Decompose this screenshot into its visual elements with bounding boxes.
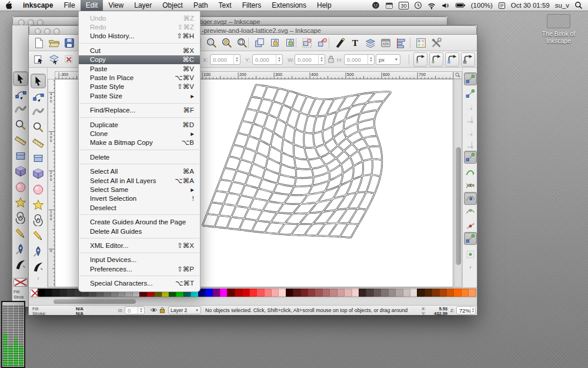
new-document-button[interactable]: [32, 36, 46, 50]
unlink-clone-button[interactable]: [283, 36, 297, 50]
snap-others-button[interactable]: [464, 232, 477, 245]
back-palette-none-swatch[interactable]: [14, 278, 28, 287]
snap-nodes-button[interactable]: [464, 151, 477, 164]
tool-rectangle[interactable]: [31, 151, 46, 166]
horizontal-scrollbar[interactable]: [29, 297, 477, 305]
wifi-icon[interactable]: [427, 2, 436, 9]
snap-cusp-nodes-button[interactable]: [464, 192, 477, 205]
tool-spiral[interactable]: [13, 211, 28, 226]
icon-preview-dialog-button[interactable]: [414, 36, 428, 50]
palette-swatch[interactable]: [213, 289, 220, 297]
palette-swatch[interactable]: [461, 289, 469, 297]
snap-bbox-edges-button[interactable]: [464, 100, 477, 112]
apple-menu[interactable]: [0, 0, 18, 11]
menu-item-special-characters[interactable]: Special Characters...⌥⌘T: [79, 279, 200, 287]
menu-item-make-a-bitmap-copy[interactable]: Make a Bitmap Copy⌥B: [79, 138, 200, 147]
menu-item-cut[interactable]: Cut⌘X: [79, 46, 200, 55]
tool-node-editor[interactable]: [13, 87, 28, 101]
menu-item-select-same[interactable]: Select Same▸: [79, 185, 200, 194]
palette-swatch[interactable]: [388, 289, 396, 297]
snap-toolbar-expander[interactable]: ›: [466, 264, 475, 271]
palette-swatch[interactable]: [308, 289, 315, 297]
palette-swatch[interactable]: [432, 289, 439, 297]
transform-patterns-toggle[interactable]: [461, 52, 475, 67]
palette-swatch[interactable]: [337, 289, 345, 297]
tool-box-3d[interactable]: [31, 167, 46, 181]
spin-arrows[interactable]: ▲▼: [233, 55, 240, 64]
recent-items-icon[interactable]: [414, 1, 422, 9]
preferences-dialog-button[interactable]: [429, 36, 443, 50]
snap-midpoints-button[interactable]: [464, 220, 477, 233]
deselect-button[interactable]: [62, 52, 76, 67]
menu-item-duplicate[interactable]: Duplicate⌘D: [79, 120, 200, 129]
palette-swatch[interactable]: [315, 289, 322, 297]
tool-box-3d[interactable]: [13, 164, 28, 179]
layer-visibility-eye-icon[interactable]: [150, 307, 158, 313]
duplicate-button[interactable]: [252, 36, 266, 50]
palette-swatch[interactable]: [380, 289, 388, 297]
menu-text[interactable]: Text: [213, 0, 237, 11]
zoom-spin-arrows[interactable]: ▲▼: [470, 307, 475, 314]
tool-calligraphy[interactable]: [31, 260, 46, 274]
menu-item-create-guides-around-the-page[interactable]: Create Guides Around the Page: [79, 217, 200, 226]
tool-ellipse[interactable]: [31, 182, 46, 197]
transform-gradients-toggle[interactable]: [445, 52, 459, 67]
tool-star[interactable]: [13, 195, 28, 210]
palette-swatch[interactable]: [242, 289, 249, 297]
menu-item-paste[interactable]: Paste⌘V: [79, 64, 200, 73]
zoom-spinbox[interactable]: 72% ▲▼: [456, 306, 476, 314]
palette-swatch[interactable]: [220, 289, 228, 297]
menu-filters[interactable]: Filters: [237, 0, 267, 11]
xml-editor-dialog-button[interactable]: </>: [379, 36, 393, 50]
menu-item-paste-in-place[interactable]: Paste In Place⌥⌘V: [79, 73, 200, 82]
palette-swatch[interactable]: [286, 289, 293, 297]
units-dropdown[interactable]: px▼: [376, 54, 400, 65]
palette-swatch[interactable]: [59, 289, 67, 297]
palette-swatch[interactable]: [45, 289, 52, 297]
layer-dropdown[interactable]: Layer 2 ▼: [168, 306, 201, 314]
palette-swatch[interactable]: [205, 289, 213, 297]
fast-user-switch-menu[interactable]: su_v: [555, 2, 569, 9]
y-spinbox[interactable]: 0.000▲▼: [252, 54, 283, 65]
snap-bbox-corners-button[interactable]: [464, 112, 477, 125]
opacity-spinbox[interactable]: 0 ▲▼: [125, 306, 145, 314]
palette-swatch[interactable]: [395, 289, 403, 297]
tool-bezier-pen[interactable]: [31, 244, 46, 258]
menu-item-deselect[interactable]: Deselect: [79, 203, 200, 212]
tool-zoom[interactable]: [13, 118, 28, 132]
spin-arrows[interactable]: ▲▼: [276, 55, 282, 64]
menu-item-undo-history[interactable]: Undo History...⇧⌘H: [79, 32, 200, 41]
palette-swatch[interactable]: [66, 289, 74, 297]
tool-zoom[interactable]: [31, 120, 46, 135]
palette-swatch[interactable]: [453, 289, 461, 297]
menu-object[interactable]: Object: [157, 0, 188, 11]
palette-swatch[interactable]: [329, 289, 337, 297]
tool-rectangle[interactable]: [13, 149, 28, 164]
layer-lock-icon[interactable]: [159, 307, 165, 313]
palette-swatch[interactable]: [403, 289, 410, 297]
layers-dialog-button[interactable]: [363, 36, 377, 50]
open-document-button[interactable]: [47, 36, 61, 50]
menu-layer[interactable]: Layer: [129, 0, 157, 11]
snap-bbox-edge-midpoints-button[interactable]: [464, 125, 477, 138]
tool-node-editor[interactable]: [31, 89, 46, 104]
ungroup-objects-button[interactable]: [315, 36, 329, 50]
text-dialog-button[interactable]: T: [348, 36, 362, 50]
menu-item-paste-size[interactable]: Paste Size▸: [79, 91, 200, 100]
menu-path[interactable]: Path: [188, 0, 213, 11]
tool-measure[interactable]: [31, 135, 46, 150]
snap-bbox-centers-button[interactable]: [464, 138, 477, 151]
menu-item-input-devices[interactable]: Input Devices...: [79, 256, 200, 264]
palette-swatch[interactable]: [359, 289, 366, 297]
palette-swatch[interactable]: [439, 289, 447, 297]
menu-item-delete[interactable]: Delete: [79, 152, 200, 161]
fill-stroke-dialog-button[interactable]: [333, 36, 347, 50]
stroke-value[interactable]: N/A: [76, 311, 83, 316]
back-window-titlebar[interactable]: tiger.svgz – Inkscape: [12, 16, 447, 25]
tool-bezier-pen[interactable]: [13, 241, 28, 256]
palette-swatch[interactable]: [425, 289, 432, 297]
palette-swatch[interactable]: [417, 289, 425, 297]
transform-corners-toggle[interactable]: [429, 52, 443, 67]
menu-item-find-replace[interactable]: Find/Replace...⌘F: [79, 106, 200, 115]
palette-swatch[interactable]: [322, 289, 330, 297]
